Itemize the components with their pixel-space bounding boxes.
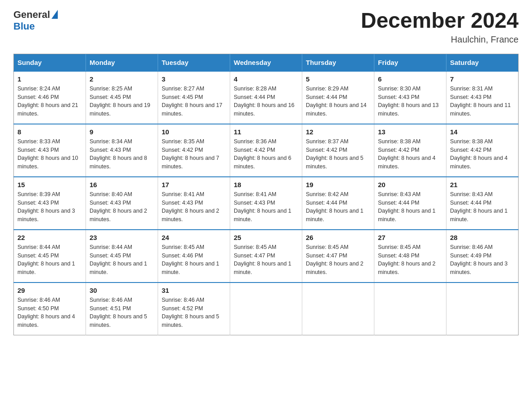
day-info: Sunrise: 8:24 AM Sunset: 4:46 PM Dayligh… [17,85,82,118]
day-number: 5 [306,75,370,83]
day-info: Sunrise: 8:43 AM Sunset: 4:44 PM Dayligh… [450,190,515,224]
day-number: 23 [90,234,154,241]
day-info: Sunrise: 8:37 AM Sunset: 4:42 PM Dayligh… [306,137,370,171]
calendar-cell: 15 Sunrise: 8:39 AM Sunset: 4:43 PM Dayl… [14,177,86,230]
day-number: 28 [450,234,515,241]
day-number: 22 [17,234,82,241]
day-number: 15 [17,181,82,188]
day-info: Sunrise: 8:46 AM Sunset: 4:49 PM Dayligh… [450,243,515,277]
calendar-header-wednesday: Wednesday [230,54,302,71]
calendar-cell: 17 Sunrise: 8:41 AM Sunset: 4:43 PM Dayl… [158,177,230,230]
calendar-cell: 6 Sunrise: 8:30 AM Sunset: 4:43 PM Dayli… [374,71,446,124]
calendar-cell: 11 Sunrise: 8:36 AM Sunset: 4:42 PM Dayl… [230,124,302,177]
calendar-cell: 25 Sunrise: 8:45 AM Sunset: 4:47 PM Dayl… [230,230,302,283]
calendar-cell [374,283,446,335]
day-number: 6 [378,75,442,83]
day-info: Sunrise: 8:45 AM Sunset: 4:48 PM Dayligh… [378,243,442,277]
calendar-cell: 4 Sunrise: 8:28 AM Sunset: 4:44 PM Dayli… [230,71,302,124]
day-number: 19 [306,181,370,188]
calendar-header-tuesday: Tuesday [158,54,230,71]
calendar-cell: 7 Sunrise: 8:31 AM Sunset: 4:43 PM Dayli… [446,71,519,124]
page-header: General Blue December 2024 Haulchin, Fra… [13,9,519,45]
day-info: Sunrise: 8:44 AM Sunset: 4:45 PM Dayligh… [90,243,154,277]
page-title: December 2024 [361,9,519,33]
calendar-cell: 24 Sunrise: 8:45 AM Sunset: 4:46 PM Dayl… [158,230,230,283]
day-number: 14 [450,128,515,136]
day-number: 1 [17,75,82,83]
calendar-week-row: 15 Sunrise: 8:39 AM Sunset: 4:43 PM Dayl… [14,177,519,230]
calendar-cell: 10 Sunrise: 8:35 AM Sunset: 4:42 PM Dayl… [158,124,230,177]
location-subtitle: Haulchin, France [361,34,519,45]
calendar-cell: 1 Sunrise: 8:24 AM Sunset: 4:46 PM Dayli… [14,71,86,124]
calendar-header-thursday: Thursday [302,54,374,71]
calendar-cell [446,283,519,335]
calendar-header-row: SundayMondayTuesdayWednesdayThursdayFrid… [14,54,519,71]
day-number: 4 [234,75,298,83]
day-number: 17 [162,181,226,188]
calendar-cell: 29 Sunrise: 8:46 AM Sunset: 4:50 PM Dayl… [14,283,86,335]
logo: General Blue [13,9,58,32]
day-number: 12 [306,128,370,136]
calendar-cell: 22 Sunrise: 8:44 AM Sunset: 4:45 PM Dayl… [14,230,86,283]
day-info: Sunrise: 8:38 AM Sunset: 4:42 PM Dayligh… [378,137,442,171]
day-info: Sunrise: 8:41 AM Sunset: 4:43 PM Dayligh… [234,190,298,224]
day-number: 13 [378,128,442,136]
day-number: 16 [90,181,154,188]
calendar-cell: 20 Sunrise: 8:43 AM Sunset: 4:44 PM Dayl… [374,177,446,230]
day-info: Sunrise: 8:35 AM Sunset: 4:42 PM Dayligh… [162,137,226,171]
day-number: 2 [90,75,154,83]
day-number: 29 [17,287,82,294]
logo-text-blue: Blue [13,21,35,32]
calendar-header-sunday: Sunday [14,54,86,71]
calendar-cell [230,283,302,335]
calendar-cell: 28 Sunrise: 8:46 AM Sunset: 4:49 PM Dayl… [446,230,519,283]
day-info: Sunrise: 8:34 AM Sunset: 4:43 PM Dayligh… [90,137,154,171]
day-info: Sunrise: 8:29 AM Sunset: 4:44 PM Dayligh… [306,85,370,118]
day-number: 10 [162,128,226,136]
day-info: Sunrise: 8:46 AM Sunset: 4:51 PM Dayligh… [90,296,154,330]
day-info: Sunrise: 8:27 AM Sunset: 4:45 PM Dayligh… [162,85,226,118]
day-number: 31 [162,287,226,294]
day-info: Sunrise: 8:45 AM Sunset: 4:47 PM Dayligh… [234,243,298,277]
logo-text-general: General [13,9,50,21]
day-number: 24 [162,234,226,241]
calendar-header-saturday: Saturday [446,54,519,71]
day-number: 20 [378,181,442,188]
day-info: Sunrise: 8:42 AM Sunset: 4:44 PM Dayligh… [306,190,370,224]
day-number: 21 [450,181,515,188]
day-info: Sunrise: 8:46 AM Sunset: 4:52 PM Dayligh… [162,296,226,330]
calendar-cell: 26 Sunrise: 8:45 AM Sunset: 4:47 PM Dayl… [302,230,374,283]
day-number: 9 [90,128,154,136]
day-info: Sunrise: 8:45 AM Sunset: 4:46 PM Dayligh… [162,243,226,277]
calendar-cell: 14 Sunrise: 8:38 AM Sunset: 4:42 PM Dayl… [446,124,519,177]
day-info: Sunrise: 8:40 AM Sunset: 4:43 PM Dayligh… [90,190,154,224]
calendar-week-row: 8 Sunrise: 8:33 AM Sunset: 4:43 PM Dayli… [14,124,519,177]
calendar-table: SundayMondayTuesdayWednesdayThursdayFrid… [13,54,519,335]
day-info: Sunrise: 8:28 AM Sunset: 4:44 PM Dayligh… [234,85,298,118]
day-info: Sunrise: 8:43 AM Sunset: 4:44 PM Dayligh… [378,190,442,224]
calendar-week-row: 1 Sunrise: 8:24 AM Sunset: 4:46 PM Dayli… [14,71,519,124]
day-number: 26 [306,234,370,241]
calendar-cell: 16 Sunrise: 8:40 AM Sunset: 4:43 PM Dayl… [86,177,158,230]
day-info: Sunrise: 8:38 AM Sunset: 4:42 PM Dayligh… [450,137,515,171]
calendar-cell: 8 Sunrise: 8:33 AM Sunset: 4:43 PM Dayli… [14,124,86,177]
day-number: 11 [234,128,298,136]
calendar-cell: 23 Sunrise: 8:44 AM Sunset: 4:45 PM Dayl… [86,230,158,283]
day-info: Sunrise: 8:41 AM Sunset: 4:43 PM Dayligh… [162,190,226,224]
day-info: Sunrise: 8:33 AM Sunset: 4:43 PM Dayligh… [17,137,82,171]
day-number: 30 [90,287,154,294]
calendar-week-row: 29 Sunrise: 8:46 AM Sunset: 4:50 PM Dayl… [14,283,519,335]
calendar-cell: 3 Sunrise: 8:27 AM Sunset: 4:45 PM Dayli… [158,71,230,124]
calendar-cell: 30 Sunrise: 8:46 AM Sunset: 4:51 PM Dayl… [86,283,158,335]
day-info: Sunrise: 8:45 AM Sunset: 4:47 PM Dayligh… [306,243,370,277]
calendar-cell: 2 Sunrise: 8:25 AM Sunset: 4:45 PM Dayli… [86,71,158,124]
calendar-cell: 12 Sunrise: 8:37 AM Sunset: 4:42 PM Dayl… [302,124,374,177]
calendar-cell [302,283,374,335]
day-info: Sunrise: 8:25 AM Sunset: 4:45 PM Dayligh… [90,85,154,118]
logo-triangle-icon [51,10,58,19]
calendar-week-row: 22 Sunrise: 8:44 AM Sunset: 4:45 PM Dayl… [14,230,519,283]
day-info: Sunrise: 8:36 AM Sunset: 4:42 PM Dayligh… [234,137,298,171]
day-number: 7 [450,75,515,83]
day-number: 8 [17,128,82,136]
calendar-cell: 19 Sunrise: 8:42 AM Sunset: 4:44 PM Dayl… [302,177,374,230]
